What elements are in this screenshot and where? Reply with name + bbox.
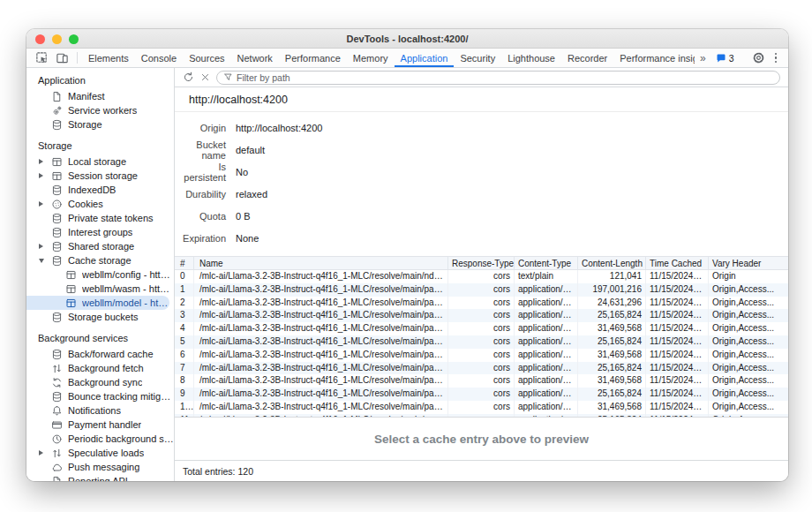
entry-content-type: application/oc... [515,309,578,322]
devtools-toolbar: ElementsConsoleSourcesNetworkPerformance… [26,49,788,68]
sidebar-item-background-fetch[interactable]: Background fetch [26,361,174,375]
section-header: Background services [26,330,174,347]
device-toolbar-icon[interactable] [52,49,72,67]
sidebar-item-storage-buckets[interactable]: Storage buckets [26,310,174,324]
tab-performance-insights[interactable]: Performance insights [613,49,695,67]
chevron-right-icon[interactable] [39,173,50,178]
sidebar-item-webllm-config-http-loc[interactable]: webllm/config - http://loc... [26,267,174,282]
more-tabs-button[interactable]: » [695,52,711,64]
tab-memory[interactable]: Memory [347,49,395,67]
sidebar-item-label: IndexedDB [68,184,116,195]
settings-gear-icon[interactable] [748,51,769,64]
sidebar-item-label: webllm/wasm - http://loca... [82,283,174,294]
tab-network[interactable]: Network [231,49,279,67]
table-icon [50,170,63,182]
tab-lighthouse[interactable]: Lighthouse [501,49,561,67]
column-header-vary-header[interactable]: Vary Header [709,257,788,269]
tab-performance[interactable]: Performance [279,49,347,67]
tab-label: Application [401,53,448,64]
document-icon [50,476,63,482]
sidebar-item-bounce-tracking-mitigations[interactable]: Bounce tracking mitigations [26,389,174,403]
sidebar-item-session-storage[interactable]: Session storage [26,169,174,183]
chevron-right-icon[interactable] [39,450,50,456]
chevron-right-icon[interactable] [39,244,50,249]
close-button[interactable] [35,34,45,44]
sidebar-item-manifest[interactable]: Manifest [26,89,174,103]
sidebar-item-speculative-loads[interactable]: Speculative loads [26,446,174,460]
chevron-right-icon[interactable] [39,201,50,207]
minimize-button[interactable] [52,34,62,44]
report-label: Durability [175,189,226,200]
column-header-content-length[interactable]: Content-Length [578,257,646,269]
cache-entry-row[interactable]: 1/mlc-ai/Llama-3.2-3B-Instruct-q4f16_1-M… [175,283,788,297]
entry-content-length: 25,165,824 [578,309,646,322]
issues-button[interactable]: 3 [711,53,739,64]
panel-tabs: ElementsConsoleSourcesNetworkPerformance… [82,49,695,67]
filter-box[interactable] [216,71,780,85]
sidebar-item-private-state-tokens[interactable]: Private state tokens [26,211,174,225]
column-header-name[interactable]: Name [194,257,448,269]
sidebar-item-webllm-wasm-http-loca[interactable]: webllm/wasm - http://loca... [26,282,174,296]
entry-num: 0 [175,270,194,283]
sidebar-item-label: Manifest [68,91,105,102]
clock-icon [50,433,63,445]
cache-storage-panel: http://localhost:4200 Originhttp://local… [175,68,788,481]
sidebar-item-interest-groups[interactable]: Interest groups [26,225,174,239]
table-header-row: #NameResponse-TypeContent-TypeContent-Le… [175,256,788,270]
cache-entry-row[interactable]: 5/mlc-ai/Llama-3.2-3B-Instruct-q4f16_1-M… [175,335,788,349]
zoom-button[interactable] [69,34,79,44]
sidebar-item-back-forward-cache[interactable]: Back/forward cache [26,347,174,361]
sidebar-item-label: Notifications [68,405,121,416]
filter-input[interactable] [237,72,773,83]
more-options-icon[interactable] [769,53,784,64]
sidebar-item-reporting-api[interactable]: Reporting API [26,474,174,481]
cache-entry-row[interactable]: 6/mlc-ai/Llama-3.2-3B-Instruct-q4f16_1-M… [175,349,788,362]
column-header-response-type[interactable]: Response-Type [448,257,515,269]
delete-selected-icon[interactable] [200,72,210,82]
sidebar-item-shared-storage[interactable]: Shared storage [26,239,174,253]
tab-console[interactable]: Console [135,49,183,67]
table-icon [64,269,77,281]
sidebar-item-background-sync[interactable]: Background sync [26,375,174,389]
sidebar-item-label: Cookies [68,199,103,209]
tab-sources[interactable]: Sources [183,49,230,67]
sidebar-item-periodic-background-sync[interactable]: Periodic background sync [26,432,174,446]
refresh-icon[interactable] [183,72,194,83]
sidebar-item-label: Speculative loads [68,448,144,458]
entry-name: /mlc-ai/Llama-3.2-3B-Instruct-q4f16_1-ML… [194,297,448,310]
cache-entry-row[interactable]: 7/mlc-ai/Llama-3.2-3B-Instruct-q4f16_1-M… [175,362,788,375]
tab-elements[interactable]: Elements [82,49,135,67]
cache-entry-row[interactable]: 3/mlc-ai/Llama-3.2-3B-Instruct-q4f16_1-M… [175,309,788,322]
sidebar-item-service-workers[interactable]: Service workers [26,103,174,117]
cache-entry-row[interactable]: 4/mlc-ai/Llama-3.2-3B-Instruct-q4f16_1-M… [175,322,788,335]
report-label: Bucket name [175,139,226,161]
sidebar-item-payment-handler[interactable]: Payment handler [26,418,174,432]
cache-entry-row[interactable]: 9/mlc-ai/Llama-3.2-3B-Instruct-q4f16_1-M… [175,388,788,401]
tab-application[interactable]: Application [395,49,455,67]
sidebar-item-cache-storage[interactable]: Cache storage [26,253,174,267]
sidebar-item-local-storage[interactable]: Local storage [26,154,174,169]
column-header-content-type[interactable]: Content-Type [515,257,578,269]
tab-security[interactable]: Security [454,49,501,67]
sidebar-item-push-messaging[interactable]: Push messaging [26,460,174,474]
chevron-right-icon[interactable] [39,159,50,164]
sidebar-item-indexeddb[interactable]: IndexedDB [26,183,174,197]
sidebar-item-webllm-model-http-loc[interactable]: webllm/model - http://loc... [26,296,169,310]
tab-recorder[interactable]: Recorder [561,49,613,67]
inspect-element-icon[interactable] [32,49,52,67]
cache-entry-row[interactable]: 10/mlc-ai/Llama-3.2-3B-Instruct-q4f16_1-… [175,401,788,414]
column-header-time-cached[interactable]: Time Cached [646,257,709,269]
cache-entry-row[interactable]: 8/mlc-ai/Llama-3.2-3B-Instruct-q4f16_1-M… [175,374,788,388]
sidebar-item-notifications[interactable]: Notifications [26,403,174,418]
cache-entry-row[interactable]: 2/mlc-ai/Llama-3.2-3B-Instruct-q4f16_1-M… [175,297,788,310]
sidebar-item-label: Background sync [68,377,142,388]
sidebar-item-storage[interactable]: Storage [26,117,174,132]
cache-entry-row[interactable]: 0/mlc-ai/Llama-3.2-3B-Instruct-q4f16_1-M… [175,270,788,283]
tab-label: Network [237,53,273,64]
entry-content-type: application/oc... [515,349,578,362]
entry-num: 5 [175,335,194,349]
column-header-[interactable]: # [175,257,194,269]
chevron-down-icon[interactable] [39,259,50,263]
entry-time-cached: 11/15/2024, 10... [646,401,709,414]
sidebar-item-cookies[interactable]: Cookies [26,197,174,211]
